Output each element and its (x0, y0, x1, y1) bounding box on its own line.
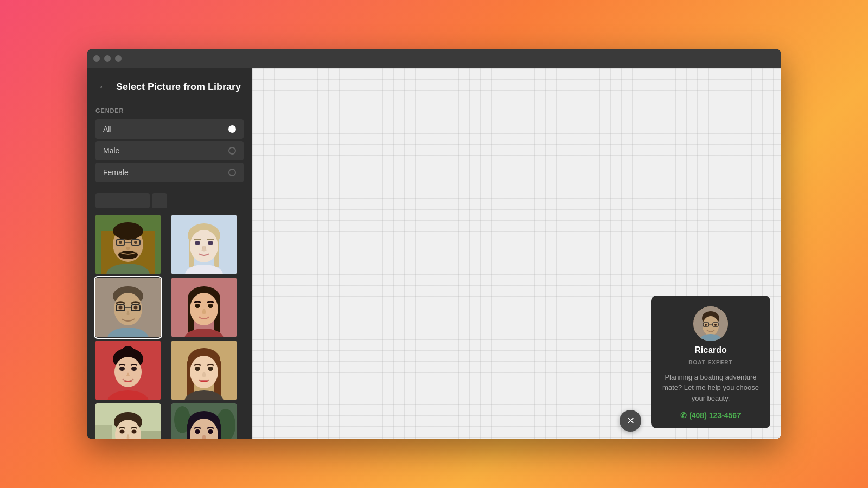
svg-point-18 (208, 241, 213, 245)
expert-name: Ricardo (694, 345, 727, 355)
photo-grid (87, 215, 252, 439)
sidebar: ← Select Picture from Library GENDER All… (87, 68, 252, 439)
gender-female-label: Female (103, 168, 129, 177)
gender-label: GENDER (95, 107, 244, 114)
expert-card: Ricardo BOAT EXPERT Planning a boating a… (651, 296, 770, 429)
svg-point-10 (118, 251, 138, 259)
gender-option-male[interactable]: Male (95, 141, 244, 160)
svg-rect-54 (139, 431, 161, 439)
photo-item-1[interactable] (95, 215, 161, 274)
titlebar (87, 49, 781, 68)
svg-point-72 (703, 316, 719, 336)
traffic-light-minimize[interactable] (104, 55, 111, 62)
main-content: Ricardo BOAT EXPERT Planning a boating a… (252, 68, 781, 439)
traffic-lights (93, 55, 122, 62)
svg-point-3 (113, 222, 143, 240)
svg-point-35 (208, 304, 213, 308)
window-body: ← Select Picture from Library GENDER All… (87, 68, 781, 439)
svg-point-17 (195, 241, 200, 245)
sidebar-header: ← Select Picture from Library (87, 68, 252, 103)
svg-point-58 (132, 430, 137, 434)
gender-option-female[interactable]: Female (95, 163, 244, 182)
svg-point-34 (195, 304, 200, 308)
svg-point-57 (120, 430, 125, 434)
gender-all-radio (228, 125, 236, 133)
svg-point-42 (131, 367, 137, 371)
search-row (87, 193, 252, 215)
svg-point-76 (705, 324, 707, 326)
gender-male-label: Male (103, 146, 119, 155)
svg-rect-53 (95, 425, 112, 439)
gender-female-radio (228, 169, 236, 176)
svg-point-49 (195, 367, 200, 371)
expert-phone[interactable]: ✆ (408) 123-4567 (680, 411, 741, 420)
photo-item-5[interactable] (95, 341, 161, 400)
gender-option-all[interactable]: All (95, 119, 244, 139)
svg-point-26 (119, 306, 123, 310)
expert-description: Planning a boating adventure mate? Let m… (660, 372, 762, 404)
gender-all-label: All (103, 125, 112, 133)
phone-icon: ✆ (680, 411, 687, 420)
expert-avatar (693, 306, 728, 341)
close-button[interactable]: ✕ (620, 410, 641, 432)
photo-item-3[interactable] (95, 278, 161, 337)
filter-btn[interactable] (152, 193, 167, 208)
gender-male-radio (228, 147, 236, 155)
back-button[interactable]: ← (95, 79, 111, 94)
svg-point-8 (134, 241, 137, 244)
photo-item-7[interactable] (95, 403, 161, 439)
photo-item-6[interactable] (171, 341, 237, 400)
phone-number: (408) 123-4567 (689, 411, 741, 420)
traffic-light-close[interactable] (93, 55, 100, 62)
traffic-light-maximize[interactable] (115, 55, 122, 62)
expert-title: BOAT EXPERT (688, 359, 732, 365)
svg-point-7 (119, 241, 122, 244)
svg-point-41 (119, 367, 125, 371)
svg-point-9 (126, 247, 130, 250)
photo-item-2[interactable] (171, 215, 237, 274)
svg-point-77 (714, 324, 717, 326)
photo-item-8[interactable] (171, 403, 237, 439)
svg-point-67 (195, 429, 200, 434)
page-title: Select Picture from Library (116, 81, 241, 93)
app-window: ← Select Picture from Library GENDER All… (87, 49, 781, 439)
svg-point-68 (208, 429, 213, 434)
svg-point-27 (134, 306, 138, 310)
photo-item-4[interactable] (171, 278, 237, 337)
svg-point-50 (208, 367, 213, 371)
gender-section: GENDER All Male Female (87, 103, 252, 193)
search-box-stub[interactable] (95, 193, 150, 208)
